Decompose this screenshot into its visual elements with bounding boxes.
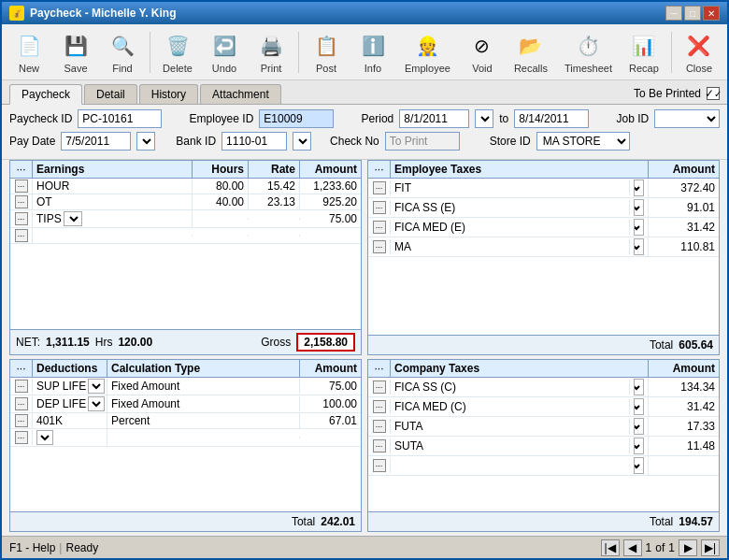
row-expander[interactable]: ··· [368, 200, 391, 215]
deduction-amount: 100.00 [300, 396, 361, 411]
row-expander[interactable]: ··· [368, 419, 391, 434]
timesheet-button[interactable]: ⏱️ Timesheet [558, 27, 619, 78]
row-expander[interactable]: ··· [368, 180, 391, 195]
company-tax-select[interactable] [634, 457, 644, 474]
row-expander[interactable]: ··· [10, 179, 33, 194]
tax-select[interactable] [634, 199, 644, 216]
nav-prev-button[interactable]: ◀ [623, 539, 642, 556]
earning-rate: 23.13 [249, 194, 300, 209]
row-expander[interactable]: ··· [10, 379, 33, 394]
tax-amount: 110.81 [649, 239, 719, 254]
tab-history[interactable]: History [139, 84, 198, 104]
period-from-select[interactable] [475, 109, 493, 128]
pay-date-field[interactable] [61, 132, 131, 151]
status-nav: |◀ ◀ 1 of 1 ▶ ▶| [601, 539, 720, 556]
maximize-button[interactable]: □ [684, 6, 701, 21]
row-expander[interactable]: ··· [368, 458, 391, 473]
void-button[interactable]: ⊘ Void [461, 27, 504, 78]
tax-select[interactable] [634, 238, 644, 255]
company-tax-amount: 17.33 [649, 419, 719, 434]
deduction-name: SUP LIFE [33, 378, 107, 395]
nav-last-button[interactable]: ▶| [701, 539, 720, 556]
form-area: Paycheck ID Employee ID Period to Job ID… [2, 105, 727, 160]
tips-select[interactable] [64, 211, 82, 226]
deductions-col-name: Deductions [33, 360, 107, 377]
nav-first-button[interactable]: |◀ [601, 539, 620, 556]
company-tax-select-cell [630, 437, 649, 455]
tax-select[interactable] [634, 179, 644, 196]
pay-date-select[interactable] [136, 132, 155, 151]
status-sep: | [59, 541, 62, 554]
deduction-name: 401K [33, 413, 107, 428]
row-expander[interactable]: ··· [10, 194, 33, 209]
new-button[interactable]: 📄 New [7, 27, 50, 78]
tab-attachment[interactable]: Attachment [200, 84, 281, 104]
earnings-col-rate: Rate [249, 161, 300, 178]
row-expander[interactable]: ··· [368, 239, 391, 254]
earning-name: HOUR [33, 179, 193, 194]
company-tax-select[interactable] [634, 438, 644, 454]
to-be-printed-checkbox[interactable]: ✓ [707, 87, 720, 100]
deductions-total-value: 242.01 [321, 515, 355, 528]
row-expander[interactable]: ··· [10, 211, 33, 226]
save-button[interactable]: 💾 Save [54, 27, 97, 78]
row-expander[interactable]: ··· [10, 413, 33, 428]
period-from-field[interactable] [399, 109, 469, 128]
earnings-col-amount: Amount [300, 161, 361, 178]
recalls-button[interactable]: 📂 Recalls [507, 27, 554, 78]
row-expander[interactable]: ··· [368, 399, 391, 414]
table-row: ··· FICA SS (C) 134.34 [368, 378, 719, 397]
check-no-field[interactable] [385, 132, 460, 151]
app-icon: 💰 [9, 6, 24, 21]
row-expander[interactable]: ··· [10, 430, 33, 445]
close-button[interactable]: ❌ Close [678, 27, 721, 78]
tax-amount: 372.40 [649, 180, 719, 195]
tab-paycheck[interactable]: Paycheck [9, 84, 82, 105]
company-tax-select[interactable] [634, 418, 644, 435]
deduction-select[interactable] [36, 430, 53, 445]
bank-id-field[interactable] [222, 132, 287, 151]
nav-next-button[interactable]: ▶ [679, 539, 697, 556]
company-tax-select[interactable] [634, 398, 644, 415]
store-id-select[interactable]: MA STORE [536, 132, 630, 151]
table-row: ··· FICA SS (E) 91.01 [368, 198, 719, 218]
paycheck-id-field[interactable] [78, 109, 162, 128]
bottom-panels: ··· Deductions Calculation Type Amount ·… [9, 359, 720, 532]
employee-taxes-header: ··· Employee Taxes Amount [368, 161, 719, 179]
undo-button[interactable]: ↩️ Undo [203, 27, 246, 78]
period-to-field[interactable] [514, 109, 589, 128]
hrs-label: Hrs [95, 336, 113, 349]
deduction-select[interactable] [88, 379, 105, 394]
deduction-select[interactable] [88, 396, 105, 411]
earning-rate [249, 235, 300, 237]
row-expander[interactable]: ··· [368, 220, 391, 235]
tab-detail[interactable]: Detail [84, 84, 137, 104]
row-expander[interactable]: ··· [368, 380, 391, 395]
row-expander[interactable]: ··· [10, 228, 33, 243]
employee-id-field[interactable] [259, 109, 334, 128]
close-window-button[interactable]: ✕ [703, 6, 720, 21]
tax-select[interactable] [634, 219, 644, 236]
status-text: Ready [65, 541, 98, 554]
print-button[interactable]: 🖨️ Print [250, 27, 293, 78]
post-button[interactable]: 📋 Post [305, 27, 348, 78]
company-tax-select[interactable] [634, 379, 644, 395]
company-tax-amount: 134.34 [649, 380, 719, 395]
find-button[interactable]: 🔍 Find [101, 27, 144, 78]
deductions-total-label: Total [292, 515, 315, 528]
delete-button[interactable]: 🗑️ Delete [156, 27, 199, 78]
recap-button[interactable]: 📊 Recap [622, 27, 665, 78]
employee-button[interactable]: 👷 Employee [398, 27, 457, 78]
info-button[interactable]: ℹ️ Info [351, 27, 394, 78]
deduction-amount: 67.01 [300, 413, 361, 428]
deduction-amount [300, 437, 361, 438]
bank-id-select[interactable] [293, 132, 311, 151]
job-id-select[interactable] [654, 109, 720, 128]
row-expander[interactable]: ··· [368, 438, 391, 453]
minimize-button[interactable]: ─ [665, 6, 682, 21]
undo-label: Undo [212, 63, 236, 74]
print-label: Print [261, 63, 282, 74]
pay-date-label: Pay Date [9, 135, 55, 148]
row-expander[interactable]: ··· [10, 396, 33, 411]
company-taxes-header: ··· Company Taxes Amount [368, 360, 719, 378]
